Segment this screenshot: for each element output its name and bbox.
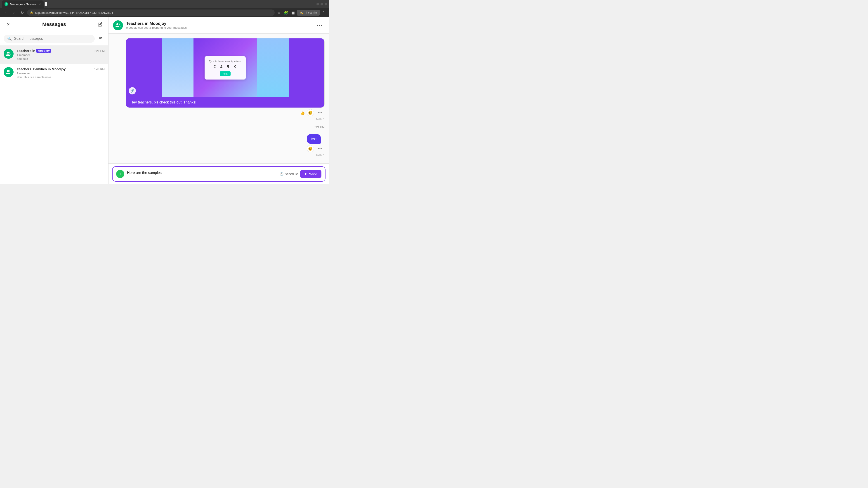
conversation-list: Teachers in Moodjoy 6:21 PM 1 member You… xyxy=(0,46,108,184)
sidebar-title: Messages xyxy=(42,22,66,27)
sent-status: Sent ✓ xyxy=(316,117,324,121)
minimize-button[interactable] xyxy=(316,3,319,5)
conversation-preview: You: This is a sample note. xyxy=(17,75,105,79)
text-message-actions: 😊 ••• xyxy=(307,145,324,152)
conversation-content: Teachers, Families in Moodjoy 5:44 PM 1 … xyxy=(17,67,105,79)
conversation-avatar xyxy=(4,49,13,59)
conversation-time: 6:21 PM xyxy=(94,49,105,53)
captcha-next-button[interactable]: next xyxy=(220,71,231,76)
forward-button[interactable]: › xyxy=(11,9,17,16)
conversation-content: Teachers in Moodjoy 6:21 PM 1 member You… xyxy=(17,49,105,61)
conversation-avatar xyxy=(4,67,13,77)
text-message-status: Sent ✓ xyxy=(307,153,324,156)
svg-point-4 xyxy=(101,37,102,38)
window-controls xyxy=(316,3,327,5)
search-icon: 🔍 xyxy=(7,37,12,41)
message-text: text xyxy=(307,134,321,144)
lock-icon: 🔒 xyxy=(30,11,33,14)
captcha-code: C 4 5 K xyxy=(209,64,241,69)
conversation-preview: You: text xyxy=(17,57,105,61)
conversation-top: Teachers in Moodjoy 6:21 PM xyxy=(17,49,105,53)
sidebar: ✕ Messages 🔍 xyxy=(0,17,108,184)
app-container: ✕ Messages 🔍 xyxy=(0,17,329,184)
schedule-button[interactable]: 🕐 Schedule xyxy=(280,172,298,176)
compose-button[interactable] xyxy=(96,21,104,28)
search-input[interactable] xyxy=(14,37,91,41)
message-card-footer-text: Hey teachers, pls check this out. Thanks… xyxy=(130,100,196,104)
sidebar-toggle-icon[interactable]: ▣ xyxy=(290,10,296,16)
search-input-wrap[interactable]: 🔍 xyxy=(4,35,95,43)
schedule-label: Schedule xyxy=(285,172,298,176)
input-actions: 🕐 Schedule ➤ Send xyxy=(280,170,321,178)
preview-prefix: You: xyxy=(17,75,23,79)
message-card-footer: Hey teachers, pls check this out. Thanks… xyxy=(126,97,324,107)
conversation-name: Teachers in Moodjoy xyxy=(17,49,51,53)
text-message-bubble: text 😊 ••• Sent ✓ xyxy=(307,134,324,156)
link-icon[interactable]: 🔗 xyxy=(129,87,136,94)
conv-name-prefix: Teachers in xyxy=(17,49,35,53)
add-attachment-button[interactable]: + xyxy=(116,170,124,178)
conversation-members: 1 member xyxy=(17,53,105,57)
browser-tab[interactable]: S Messages - Seesaw ✕ xyxy=(2,0,43,8)
message-card-actions: 👍 😊 ••• xyxy=(126,109,324,116)
close-sidebar-button[interactable]: ✕ xyxy=(4,21,12,28)
close-window-button[interactable] xyxy=(324,3,327,5)
emoji-react-button-2[interactable]: 😊 xyxy=(307,145,314,152)
emoji-react-button[interactable]: 😊 xyxy=(307,109,314,116)
chat-title: Teachers in Moodjoy xyxy=(126,21,312,26)
chat-input-area: + 🕐 Schedule ➤ Send xyxy=(108,163,329,184)
conversation-top: Teachers, Families in Moodjoy 5:44 PM xyxy=(17,67,105,71)
reload-button[interactable]: ↻ xyxy=(19,9,25,16)
tab-close-button[interactable]: ✕ xyxy=(38,2,41,6)
maximize-button[interactable] xyxy=(320,3,323,5)
conversation-item[interactable]: Teachers in Moodjoy 6:21 PM 1 member You… xyxy=(0,46,108,64)
captcha-instruction: Type in these security letters: xyxy=(209,60,241,63)
extensions-icon[interactable]: 🧩 xyxy=(283,10,289,16)
browser-titlebar: S Messages - Seesaw ✕ + xyxy=(0,0,329,8)
chat-header-avatar xyxy=(113,20,123,30)
incognito-badge: 🕵 Incognito xyxy=(297,10,320,15)
conversation-members: 1 member xyxy=(17,72,105,75)
browser-chrome: S Messages - Seesaw ✕ + ‹ › ↻ 🔒 app.sees… xyxy=(0,0,329,17)
chat-area: Teachers in Moodjoy 0 people can see & r… xyxy=(108,17,329,184)
svg-point-3 xyxy=(99,38,100,39)
message-time: 6:21 PM xyxy=(113,125,324,129)
text-message-more-button[interactable]: ••• xyxy=(316,146,324,152)
moodjoy-badge: Moodjoy xyxy=(36,49,51,53)
message-card-image: Type in these security letters: C 4 5 K … xyxy=(126,38,324,97)
send-arrow-icon: ➤ xyxy=(304,172,307,176)
message-card: Type in these security letters: C 4 5 K … xyxy=(126,38,324,121)
conversation-item[interactable]: Teachers, Families in Moodjoy 5:44 PM 1 … xyxy=(0,64,108,82)
browser-actions: ☆ 🧩 ▣ 🕵 Incognito ⋮ xyxy=(276,10,327,16)
chat-more-button[interactable]: ••• xyxy=(315,22,324,29)
message-more-button[interactable]: ••• xyxy=(316,110,324,116)
tab-title: Messages - Seesaw xyxy=(10,2,36,6)
preview-prefix: You: xyxy=(17,57,23,61)
search-bar: 🔍 xyxy=(0,32,108,46)
chat-messages: Type in these security letters: C 4 5 K … xyxy=(108,34,329,163)
filter-button[interactable] xyxy=(96,35,105,43)
send-label: Send xyxy=(309,172,317,176)
message-input[interactable] xyxy=(127,171,277,177)
back-button[interactable]: ‹ xyxy=(3,9,9,16)
chat-input-box: + 🕐 Schedule ➤ Send xyxy=(112,166,326,182)
send-button[interactable]: ➤ Send xyxy=(300,170,321,178)
chat-subtitle: 0 people can see & respond to your messa… xyxy=(126,26,312,29)
tab-favicon: S xyxy=(4,2,8,6)
message-card-status: Sent ✓ xyxy=(126,117,324,121)
browser-navbar: ‹ › ↻ 🔒 app.seesaw.me/c/conv.01HR4FNQSKJ… xyxy=(0,8,329,17)
captcha-overlay: Type in these security letters: C 4 5 K … xyxy=(205,56,246,79)
conversation-name: Teachers, Families in Moodjoy xyxy=(17,67,66,71)
menu-icon[interactable]: ⋮ xyxy=(321,10,327,16)
address-bar[interactable]: 🔒 app.seesaw.me/c/conv.01HR4FNQSKJRF4332… xyxy=(27,9,275,16)
conv-name-text: Teachers, Families in Moodjoy xyxy=(17,67,66,71)
thumbs-up-reaction[interactable]: 👍 xyxy=(301,111,305,115)
preview-text: text xyxy=(23,57,28,61)
chat-header-info: Teachers in Moodjoy 0 people can see & r… xyxy=(126,21,312,29)
schedule-clock-icon: 🕐 xyxy=(280,172,283,176)
url-text: app.seesaw.me/c/conv.01HR4FNQSKJRF4332PS… xyxy=(35,11,113,14)
chat-header: Teachers in Moodjoy 0 people can see & r… xyxy=(108,17,329,34)
message-timestamp: 6:21 PM xyxy=(314,125,324,129)
bookmark-icon[interactable]: ☆ xyxy=(276,10,281,16)
new-tab-button[interactable]: + xyxy=(44,2,47,6)
